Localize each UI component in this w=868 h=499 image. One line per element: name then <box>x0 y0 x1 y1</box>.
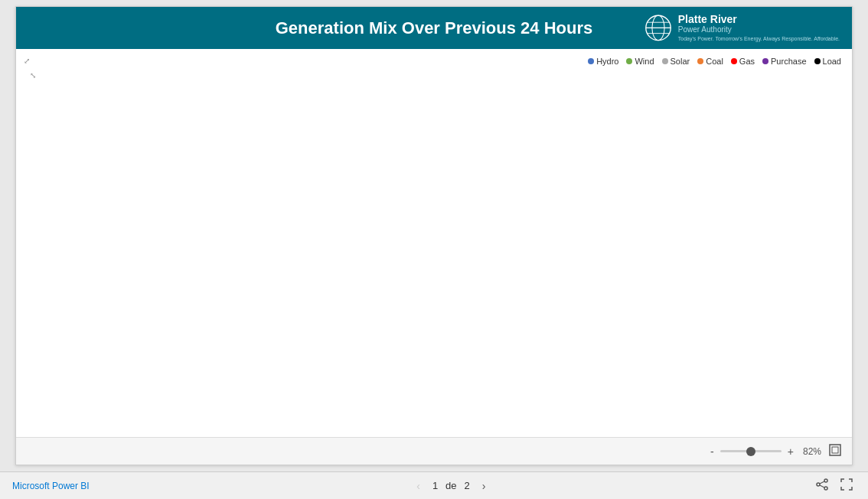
footer-bar: Microsoft Power BI ‹ 1 de 2 › <box>0 471 868 499</box>
main-content: Generation Mix Over Previous 24 Hours Pl… <box>0 0 868 471</box>
next-page-button[interactable]: › <box>478 478 491 494</box>
legend-dot-gas <box>731 58 737 64</box>
legend-label-gas: Gas <box>739 57 755 66</box>
legend-dot-coal <box>697 58 703 64</box>
logo-name-line1: Platte River <box>678 13 840 26</box>
legend-label-hydro: Hydro <box>596 57 618 66</box>
zoom-minus-button[interactable]: - <box>707 445 717 458</box>
logo-area: Platte River Power Authority Today's Pow… <box>644 13 840 43</box>
logo-tagline: Today's Power. Tomorrow's Energy. Always… <box>678 37 840 43</box>
legend-item-solar: Solar <box>662 57 690 66</box>
zoom-slider-thumb[interactable] <box>746 447 755 456</box>
legend-dot-wind <box>626 58 632 64</box>
legend-label-purchase: Purchase <box>771 57 806 66</box>
legend-dot-purchase <box>762 58 768 64</box>
fit-page-button[interactable] <box>827 442 843 460</box>
logo-text-block: Platte River Power Authority Today's Pow… <box>678 13 840 43</box>
svg-point-7 <box>824 479 827 482</box>
legend-item-coal: Coal <box>697 57 723 66</box>
legend-label-solar: Solar <box>671 57 690 66</box>
zoom-slider-track[interactable] <box>720 450 782 452</box>
page-current: 1 <box>432 480 438 491</box>
share-button[interactable] <box>813 475 831 496</box>
legend-item-load: Load <box>814 57 841 66</box>
page-separator: de <box>445 480 456 491</box>
legend-label-load: Load <box>823 57 841 66</box>
share-icon <box>816 478 828 491</box>
legend-item-hydro: Hydro <box>588 57 618 66</box>
legend-item-gas: Gas <box>731 57 755 66</box>
legend-item-purchase: Purchase <box>762 57 806 66</box>
chart-area: ⤢ ⤡ Hydro Wind Solar <box>16 49 852 437</box>
fullscreen-button[interactable] <box>837 475 856 496</box>
app-wrapper: Generation Mix Over Previous 24 Hours Pl… <box>0 0 868 499</box>
svg-line-10 <box>820 481 824 484</box>
legend-dot-hydro <box>588 58 594 64</box>
legend-label-wind: Wind <box>635 57 654 66</box>
legend: Hydro Wind Solar Coal <box>588 57 841 66</box>
legend-item-wind: Wind <box>626 57 654 66</box>
svg-rect-6 <box>832 447 838 453</box>
zoom-controls: - + 82% <box>707 445 821 458</box>
page-navigation: ‹ 1 de 2 › <box>412 478 490 494</box>
globe-icon <box>644 15 672 42</box>
corner-arrows: ⤢ ⤡ <box>24 57 36 80</box>
svg-rect-5 <box>830 445 840 455</box>
report-frame: Generation Mix Over Previous 24 Hours Pl… <box>15 6 853 465</box>
legend-dot-solar <box>662 58 668 64</box>
corner-arrow-br: ⤡ <box>30 71 36 80</box>
prev-page-button[interactable]: ‹ <box>412 478 425 494</box>
svg-line-11 <box>820 485 824 488</box>
corner-arrow-tl: ⤢ <box>24 57 36 65</box>
svg-point-9 <box>817 483 820 486</box>
fullscreen-icon <box>840 478 853 491</box>
zoom-percent: 82% <box>803 446 821 457</box>
legend-label-coal: Coal <box>706 57 723 66</box>
footer-right <box>813 475 856 496</box>
svg-point-8 <box>824 487 827 490</box>
legend-dot-load <box>814 58 821 64</box>
fit-page-icon <box>829 444 841 456</box>
bottom-toolbar: - + 82% <box>16 437 852 465</box>
powerbi-link[interactable]: Microsoft Power BI <box>12 481 90 491</box>
page-total: 2 <box>465 480 470 491</box>
zoom-plus-button[interactable]: + <box>785 445 797 458</box>
report-header: Generation Mix Over Previous 24 Hours Pl… <box>16 7 852 49</box>
logo-name-line2: Power Authority <box>678 26 840 35</box>
